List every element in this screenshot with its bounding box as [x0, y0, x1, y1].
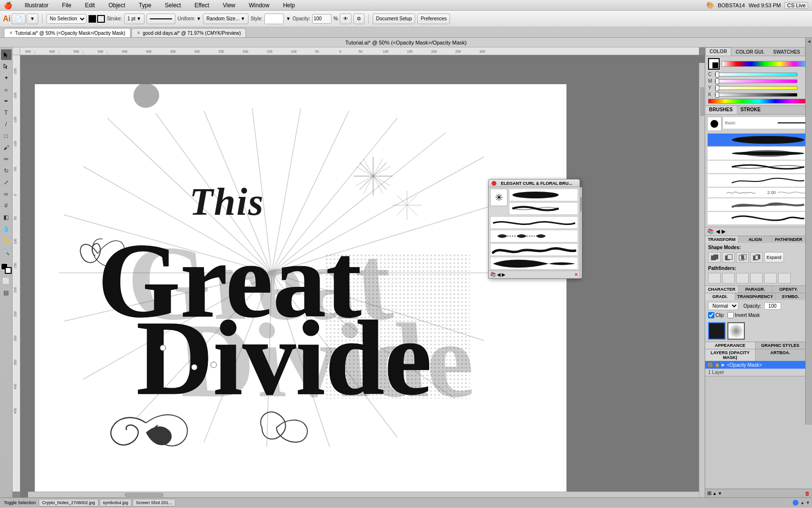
color-slider-c[interactable]: [715, 73, 798, 76]
brush-circle-thumb[interactable]: [707, 117, 722, 131]
invert-mask-label[interactable]: Invert Mask: [727, 312, 760, 318]
brush-item-basic[interactable]: Basic: [723, 117, 810, 129]
file-tab-crypto[interactable]: Crypto_Notes_2708002.jpg: [39, 499, 99, 507]
blend-mode-select[interactable]: Normal: [708, 302, 739, 310]
tab-transform[interactable]: TRANSFORM: [705, 236, 739, 243]
brush-stroke-3[interactable]: [707, 160, 810, 174]
mesh-tool[interactable]: #: [1, 200, 12, 211]
apple-menu[interactable]: 🍎: [4, 1, 12, 9]
brushes-next-icon[interactable]: ▶: [722, 228, 725, 235]
toggle-selection-btn[interactable]: Toggle Selection: [2, 500, 38, 505]
layer-lock-icon[interactable]: 🔒: [715, 362, 720, 367]
panel-close-btn[interactable]: [492, 181, 496, 186]
elegant-brush-4[interactable]: [490, 230, 578, 242]
elegant-brush-1[interactable]: [509, 189, 578, 201]
elegant-prev-icon[interactable]: ◀: [497, 272, 501, 277]
pf-btn-5[interactable]: [764, 273, 777, 284]
elegant-brush-5[interactable]: [490, 243, 578, 256]
tab-layers[interactable]: LAYERS (OPACITY MASK): [705, 349, 755, 361]
type-tool[interactable]: T: [1, 107, 12, 118]
doc-options-btn[interactable]: ▼: [27, 14, 38, 24]
stroke-dash-btn[interactable]: [146, 14, 175, 24]
doc-setup-btn[interactable]: Document Setup: [373, 14, 416, 24]
color-spectrum-full[interactable]: [708, 99, 809, 104]
brush-stroke-7[interactable]: [707, 211, 810, 225]
elegant-close-icon[interactable]: ✕: [574, 272, 578, 277]
tab-close-tutorial[interactable]: ✕: [9, 30, 13, 35]
tab-brushes[interactable]: BRUSHES: [705, 106, 737, 114]
expand-btn[interactable]: Expand: [764, 252, 784, 263]
pf-btn-6[interactable]: [778, 273, 791, 284]
pf-btn-1[interactable]: [708, 273, 721, 284]
mask-thumb-light[interactable]: [727, 322, 745, 340]
change-screen-btn[interactable]: ▤: [1, 287, 12, 298]
tab-appearance[interactable]: APPEARANCE: [705, 342, 755, 349]
style-btn[interactable]: [264, 14, 284, 24]
paintbrush-tool[interactable]: 🖌: [1, 142, 12, 153]
selection-dropdown[interactable]: No Selection: [46, 14, 87, 24]
menu-edit[interactable]: Edit: [82, 1, 98, 10]
tab-tutorial[interactable]: ✕ Tutorial.ai* @ 50% (<Opacity Mask>/Opa…: [4, 28, 130, 37]
gradient-tool[interactable]: ◧: [1, 212, 12, 223]
elegant-thumb-box[interactable]: ✳: [490, 189, 508, 206]
tab-opentype[interactable]: OPENTY.: [772, 286, 806, 293]
color-spectrum[interactable]: [722, 61, 809, 67]
selection-tool[interactable]: [1, 49, 12, 60]
file-tab-screenshot[interactable]: Screen Shot 201...: [132, 499, 175, 507]
color-slider-m[interactable]: [715, 79, 798, 83]
direct-selection-tool[interactable]: [1, 61, 12, 72]
tab-artboard[interactable]: ARTBOA.: [755, 349, 806, 361]
menu-object[interactable]: Object: [105, 1, 128, 10]
brush-stroke-4[interactable]: [707, 174, 810, 187]
menu-select[interactable]: Select: [162, 1, 184, 10]
pf-btn-2[interactable]: [722, 273, 735, 284]
menu-illustrator[interactable]: Illustrator: [22, 1, 51, 10]
opacity-value-field[interactable]: [764, 302, 781, 310]
rect-tool[interactable]: □: [1, 131, 12, 141]
random-size-btn[interactable]: Random Size... ▼: [203, 14, 248, 24]
tab-transparency[interactable]: TRANSPARENCY: [735, 293, 775, 300]
tab-graphic-styles[interactable]: GRAPHIC STYLES: [755, 342, 806, 349]
clip-checkbox-label[interactable]: Clip: [708, 312, 724, 318]
canvas-area[interactable]: 650 600 550 500 450 400 350 300 250 200 …: [13, 47, 705, 497]
scale-tool[interactable]: ⤢: [1, 177, 12, 188]
clip-checkbox[interactable]: [708, 312, 714, 318]
elegant-library-icon[interactable]: 📚: [490, 272, 496, 277]
invert-mask-checkbox[interactable]: [727, 312, 734, 318]
rotate-tool[interactable]: ↻: [1, 165, 12, 176]
screen-mode-btn[interactable]: ⬜: [1, 276, 12, 286]
lasso-tool[interactable]: ⍝: [1, 84, 12, 95]
shape-exclude-btn[interactable]: [750, 252, 763, 263]
pencil-tool[interactable]: ✏: [1, 154, 12, 164]
tab-color[interactable]: COLOR: [705, 47, 731, 56]
elegant-brush-3[interactable]: [490, 216, 578, 229]
tab-close-good[interactable]: ✕: [137, 30, 141, 35]
shape-unite-btn[interactable]: [708, 252, 721, 263]
pf-btn-3[interactable]: [736, 273, 749, 284]
menu-effect[interactable]: Effect: [191, 1, 212, 10]
zoom-tool[interactable]: 🔍: [1, 247, 12, 257]
elegant-brush-6[interactable]: [490, 257, 578, 269]
brush-stroke-2[interactable]: [707, 147, 810, 160]
menu-help[interactable]: Help: [280, 1, 298, 10]
tab-paragraph[interactable]: PARAGR.: [739, 286, 772, 293]
brush-stroke-1[interactable]: [707, 133, 810, 147]
canvas-content[interactable]: Great Divide This Great Divide: [20, 55, 705, 497]
magic-wand-tool[interactable]: ✦: [1, 73, 12, 83]
cs-live-btn[interactable]: CS Live: [784, 2, 808, 9]
file-tab-symbols[interactable]: symbols4.jpg: [100, 499, 132, 507]
tab-align[interactable]: ALIGN: [739, 236, 772, 243]
pen-tool[interactable]: ✒: [1, 96, 12, 106]
mask-thumb-dark[interactable]: [708, 322, 725, 340]
menu-view[interactable]: View: [220, 1, 238, 10]
fill-box[interactable]: [88, 15, 96, 23]
shape-minus-btn[interactable]: [722, 252, 735, 263]
elegant-play-icon[interactable]: ▶: [502, 272, 506, 277]
panel-trash-icon[interactable]: 🗑: [805, 491, 810, 496]
tab-character[interactable]: CHARACTER: [705, 286, 739, 293]
scroll-thumb-h[interactable]: [125, 493, 163, 497]
color-slider-k[interactable]: [715, 93, 798, 97]
brush-stroke-6[interactable]: [707, 198, 810, 211]
measure-tool[interactable]: 📏: [1, 235, 12, 246]
tab-gradient[interactable]: GRADI.: [705, 293, 735, 300]
